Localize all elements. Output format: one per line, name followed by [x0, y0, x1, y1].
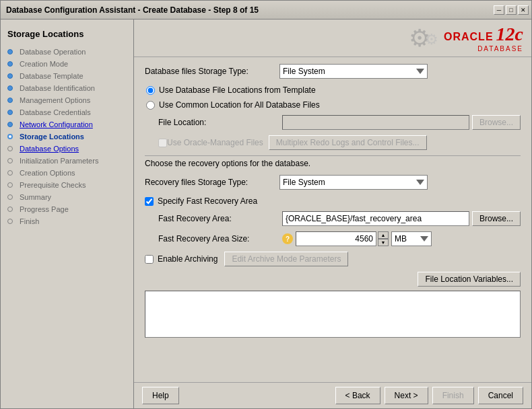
- sidebar-dot: [7, 146, 13, 151]
- recovery-storage-type-select[interactable]: File System ASM: [279, 175, 428, 190]
- radio-common-label[interactable]: Use Common Location for All Database Fil…: [159, 100, 320, 110]
- spinner-buttons: ▲ ▼: [378, 231, 389, 246]
- info-text-area: [145, 291, 521, 338]
- enable-archiving-checkbox[interactable]: [145, 255, 154, 264]
- oracle-logo: ORACLE 12c DATABASE: [444, 24, 523, 52]
- sidebar-item-network-configuration[interactable]: Network Configuration: [1, 118, 133, 131]
- oracle-managed-label: Use Oracle-Managed Files: [167, 138, 263, 147]
- enable-archiving-label[interactable]: Enable Archiving: [158, 254, 218, 264]
- fast-recovery-size-label: Fast Recovery Area Size:: [158, 234, 282, 244]
- oracle-db-label: DATABASE: [444, 45, 523, 52]
- recovery-storage-type-label: Recovery files Storage Type:: [145, 178, 279, 187]
- radio-common[interactable]: [146, 101, 155, 110]
- sidebar-item-database-options[interactable]: Database Options: [1, 143, 133, 155]
- sidebar-dot: [7, 73, 13, 79]
- sidebar-dot: [7, 85, 13, 91]
- sidebar-item-management-options: Management Options: [1, 94, 133, 106]
- specify-recovery-checkbox[interactable]: [145, 197, 154, 206]
- cancel-button[interactable]: Cancel: [478, 387, 523, 404]
- main-window: Database Configuration Assistant - Creat…: [0, 0, 532, 409]
- oracle-managed-row: Use Oracle-Managed Files Multiplex Redo …: [145, 135, 521, 150]
- storage-type-label: Database files Storage Type:: [145, 67, 279, 76]
- close-button[interactable]: ✕: [518, 5, 529, 15]
- storage-type-select[interactable]: File System ASM: [279, 64, 428, 79]
- sidebar-dot: [7, 170, 13, 176]
- oracle-managed-checkbox[interactable]: [158, 139, 167, 147]
- spinner-up-button[interactable]: ▲: [378, 231, 389, 239]
- oracle-header: ⚙ ⚙ ORACLE 12c DATABASE: [134, 20, 531, 57]
- sidebar-item-creation-mode: Creation Mode: [1, 58, 133, 70]
- sidebar-dot: [7, 61, 13, 67]
- enable-archiving-row: Enable Archiving Edit Archive Mode Param…: [145, 252, 521, 266]
- radio-template[interactable]: [146, 86, 155, 95]
- fast-recovery-size-row: Fast Recovery Area Size: ? ▲ ▼ MB GB: [145, 231, 521, 246]
- window-title: Database Configuration Assistant - Creat…: [6, 5, 259, 15]
- sidebar-item-database-credentials: Database Credentials: [1, 106, 133, 118]
- specify-recovery-row: Specify Fast Recovery Area: [145, 196, 521, 206]
- file-location-variables-button[interactable]: File Location Variables...: [418, 272, 521, 287]
- radio-template-label[interactable]: Use Database File Locations from Templat…: [159, 85, 316, 95]
- multiplex-button[interactable]: Multiplex Redo Logs and Control Files...: [269, 135, 427, 150]
- sidebar-item-database-template: Database Template: [1, 70, 133, 82]
- gear-icons: ⚙ ⚙: [409, 24, 438, 52]
- sidebar-item-progress-page: Progress Page: [1, 203, 133, 215]
- spinner-container: ▲ ▼: [296, 231, 389, 246]
- window-controls: ─ □ ✕: [494, 5, 529, 15]
- sidebar-dot: [7, 110, 13, 115]
- file-location-browse-button[interactable]: Browse...: [472, 115, 521, 130]
- fast-recovery-size-input[interactable]: [296, 231, 376, 246]
- edit-archive-button[interactable]: Edit Archive Mode Parameters: [224, 252, 348, 266]
- sidebar-dot: [7, 158, 13, 163]
- oracle-brand: ORACLE: [444, 31, 494, 43]
- next-button[interactable]: Next >: [385, 387, 428, 404]
- sidebar-dot: [7, 49, 13, 54]
- sidebar-dot: [7, 219, 13, 224]
- fast-recovery-browse-button[interactable]: Browse...: [472, 211, 521, 226]
- back-button[interactable]: < Back: [335, 387, 380, 404]
- sidebar-dot: [7, 98, 13, 103]
- gear-icon-small: ⚙: [425, 31, 438, 52]
- sidebar-dot: [7, 182, 13, 188]
- maximize-button[interactable]: □: [506, 5, 517, 15]
- file-location-label: File Location:: [158, 118, 282, 127]
- sidebar-item-summary: Summary: [1, 191, 133, 203]
- sidebar: Storage Locations Database Operation Cre…: [1, 20, 134, 408]
- fast-recovery-area-input[interactable]: [282, 211, 469, 226]
- storage-type-row: Database files Storage Type: File System…: [145, 64, 521, 79]
- minimize-button[interactable]: ─: [494, 5, 504, 15]
- recovery-storage-type-row: Recovery files Storage Type: File System…: [145, 175, 521, 190]
- sidebar-dot-active: [7, 134, 13, 139]
- radio-template-row: Use Database File Locations from Templat…: [145, 85, 521, 95]
- sidebar-item-creation-options: Creation Options: [1, 167, 133, 179]
- sidebar-item-storage-locations: Storage Locations: [1, 131, 133, 143]
- file-location-row: File Location: Browse...: [145, 115, 521, 130]
- oracle-version: 12c: [496, 24, 523, 45]
- recovery-section-label: Choose the recovery options for the data…: [145, 159, 521, 168]
- radio-common-row: Use Common Location for All Database Fil…: [145, 100, 521, 110]
- sidebar-dot: [7, 207, 13, 212]
- fast-recovery-area-label: Fast Recovery Area:: [158, 214, 282, 223]
- bottom-right-buttons: < Back Next > Finish Cancel: [335, 387, 523, 404]
- help-button[interactable]: Help: [142, 387, 179, 404]
- sidebar-dot: [7, 122, 13, 127]
- bottom-bar: Help < Back Next > Finish Cancel: [134, 382, 531, 408]
- main-content: Storage Locations Database Operation Cre…: [1, 20, 531, 408]
- sidebar-title: Storage Locations: [1, 25, 133, 46]
- file-location-input[interactable]: [282, 115, 469, 130]
- content-panel: ⚙ ⚙ ORACLE 12c DATABASE Database files S…: [134, 20, 531, 408]
- fast-recovery-area-row: Fast Recovery Area: Browse...: [145, 211, 521, 226]
- file-location-vars-row: File Location Variables...: [145, 272, 521, 287]
- sidebar-item-prerequisite-checks: Prerequisite Checks: [1, 179, 133, 191]
- sidebar-item-initialization-parameters: Initialization Parameters: [1, 155, 133, 167]
- sidebar-item-finish: Finish: [1, 215, 133, 227]
- finish-button[interactable]: Finish: [432, 387, 474, 404]
- spinner-down-button[interactable]: ▼: [378, 239, 389, 246]
- specify-recovery-label[interactable]: Specify Fast Recovery Area: [158, 196, 257, 206]
- form-area: Database files Storage Type: File System…: [134, 57, 531, 382]
- info-icon: ?: [282, 233, 293, 244]
- sidebar-item-database-operation: Database Operation: [1, 46, 133, 58]
- size-unit-select[interactable]: MB GB: [391, 231, 432, 246]
- title-bar: Database Configuration Assistant - Creat…: [1, 1, 531, 20]
- sidebar-dot: [7, 194, 13, 200]
- sidebar-item-database-identification: Database Identification: [1, 82, 133, 94]
